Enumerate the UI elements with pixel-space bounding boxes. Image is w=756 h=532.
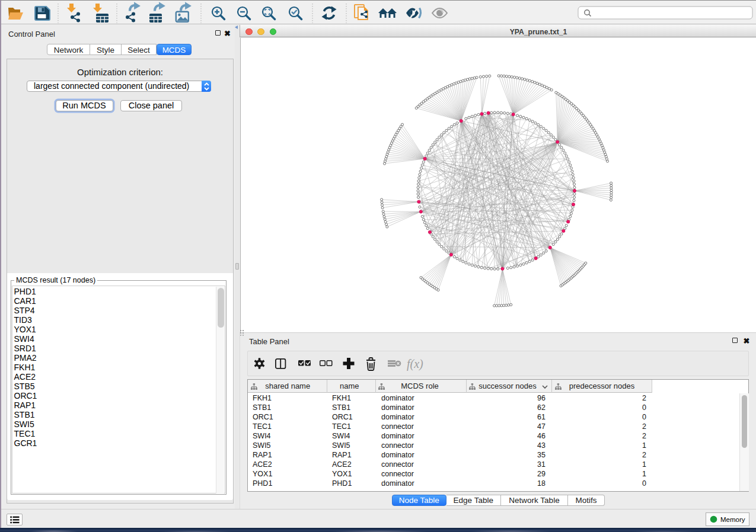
svg-text:f(x): f(x) [407,357,423,371]
